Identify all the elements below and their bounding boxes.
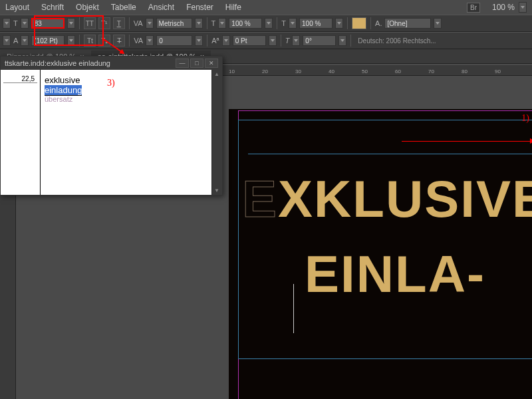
story-line-selected[interactable]: einladung <box>45 85 82 96</box>
underline-button[interactable]: T <box>113 17 125 29</box>
tracking-icon: VA <box>134 37 143 45</box>
story-body: 22,5 exklusive einladung übersatz 3) <box>1 70 222 195</box>
story-text-area[interactable]: exklusive einladung übersatz 3) <box>41 70 211 195</box>
kerning-mode-input[interactable] <box>156 18 192 29</box>
story-title-text: ttskarte.indd:exklusive einladung <box>5 59 110 67</box>
ruler-tick: 80 <box>462 68 467 74</box>
vscale-stepper[interactable] <box>289 18 297 29</box>
fontsize-input[interactable] <box>31 18 65 29</box>
superscript-button[interactable]: T¹ <box>98 17 110 29</box>
tracking-dropdown[interactable] <box>195 35 203 46</box>
fontsize-stepper[interactable] <box>21 18 29 29</box>
story-measure-column: 22,5 <box>1 70 41 195</box>
vscale-dropdown[interactable] <box>335 18 343 29</box>
ruler-tick: 20 <box>262 68 268 74</box>
hscale-input[interactable] <box>229 18 262 29</box>
skew-icon: T <box>285 37 290 45</box>
story-editor-panel[interactable]: ttskarte.indd:exklusive einladung — □ ✕ … <box>0 56 223 196</box>
menu-fenster[interactable]: Fenster <box>186 3 213 12</box>
smallcaps-button[interactable]: Tt <box>84 35 96 47</box>
story-titlebar[interactable]: ttskarte.indd:exklusive einladung — □ ✕ <box>1 57 222 70</box>
ruler-tick: 90 <box>495 68 501 74</box>
allcaps-button[interactable]: TT <box>84 17 96 29</box>
ruler-tick: 40 <box>329 68 334 74</box>
arrow-left-icon[interactable] <box>3 35 11 46</box>
charstyle-label: A. <box>375 19 382 27</box>
text-frame[interactable]: EEXKLUSIVEXKLUSIVE EINLA- <box>238 120 532 359</box>
strikethrough-button[interactable]: T <box>113 35 125 47</box>
fontsize-icon: T <box>13 19 18 27</box>
baseline-stepper[interactable] <box>222 35 230 46</box>
arrow-left-icon[interactable] <box>3 18 11 29</box>
bridge-icon[interactable]: Br <box>467 3 480 13</box>
kerning-icon: VA <box>134 19 143 27</box>
kerning-stepper[interactable] <box>146 18 154 29</box>
skew-input[interactable] <box>303 35 336 46</box>
hscale-icon: T <box>211 19 216 27</box>
story-overset-line[interactable]: übersatz <box>45 95 207 103</box>
fill-color-button[interactable] <box>352 17 366 29</box>
annotation-1: 1) <box>521 113 529 124</box>
hscale-stepper[interactable] <box>218 18 226 29</box>
maximize-button[interactable]: □ <box>190 59 203 68</box>
leading-input[interactable] <box>31 35 65 46</box>
language-label[interactable]: Deutsch: 2006 Rechtsch... <box>358 37 436 45</box>
menu-bar: Layout Schrift Objekt Tabelle Ansicht Fe… <box>0 0 532 15</box>
ruler-tick: 60 <box>395 68 401 74</box>
baseline-dropdown[interactable] <box>269 35 277 46</box>
ruler-tick: 70 <box>428 68 434 74</box>
zoom-dropdown[interactable] <box>519 2 527 13</box>
menu-schrift[interactable]: Schrift <box>41 3 64 12</box>
vscale-input[interactable] <box>299 18 332 29</box>
baseline-icon: Aª <box>211 37 219 45</box>
charstyle-dropdown[interactable] <box>434 18 442 29</box>
story-line[interactable]: exklusive <box>45 75 207 85</box>
skew-stepper[interactable] <box>292 35 300 46</box>
annotation-3: 3) <box>107 78 115 88</box>
tracking-stepper[interactable] <box>146 35 154 46</box>
ruler-tick: 30 <box>295 68 301 74</box>
character-toolbar-row1: T TT T¹ T VA T T A. <box>0 15 532 32</box>
leading-dropdown[interactable] <box>67 35 75 46</box>
story-scrollbar[interactable] <box>211 70 222 195</box>
baseline-guide <box>248 154 532 154</box>
fontsize-dropdown[interactable] <box>67 18 75 29</box>
text-content[interactable]: EEXKLUSIVEXKLUSIVE EINLA- <box>239 162 532 312</box>
menu-ansicht[interactable]: Ansicht <box>148 3 174 12</box>
charstyle-input[interactable] <box>384 18 431 29</box>
minimize-button[interactable]: — <box>176 59 189 68</box>
measure-value: 22,5 <box>3 75 37 83</box>
tracking-input[interactable] <box>156 35 192 46</box>
hscale-dropdown[interactable] <box>265 18 273 29</box>
skew-dropdown[interactable] <box>338 35 346 46</box>
arrow-annotation <box>402 141 532 142</box>
text-cursor <box>293 284 294 333</box>
baseline-input[interactable] <box>233 35 266 46</box>
ruler-tick: 50 <box>362 68 368 74</box>
character-toolbar-row2: A Tt T₁ T VA Aª T Deutsch: 2006 Rechtsch… <box>0 32 532 49</box>
ruler-tick: 10 <box>229 68 235 74</box>
kerning-dropdown[interactable] <box>195 18 203 29</box>
zoom-level[interactable]: 100 % <box>492 3 515 12</box>
document-page[interactable]: EEXKLUSIVEXKLUSIVE EINLA- + 1) 2) <box>229 109 532 399</box>
close-button[interactable]: ✕ <box>205 59 218 68</box>
vscale-icon: T <box>281 19 286 27</box>
menu-hilfe[interactable]: Hilfe <box>225 3 241 12</box>
menu-objekt[interactable]: Objekt <box>76 3 99 12</box>
leading-icon: A <box>13 37 18 45</box>
menu-layout[interactable]: Layout <box>5 3 29 12</box>
leading-stepper[interactable] <box>21 35 29 46</box>
menu-tabelle[interactable]: Tabelle <box>111 3 136 12</box>
